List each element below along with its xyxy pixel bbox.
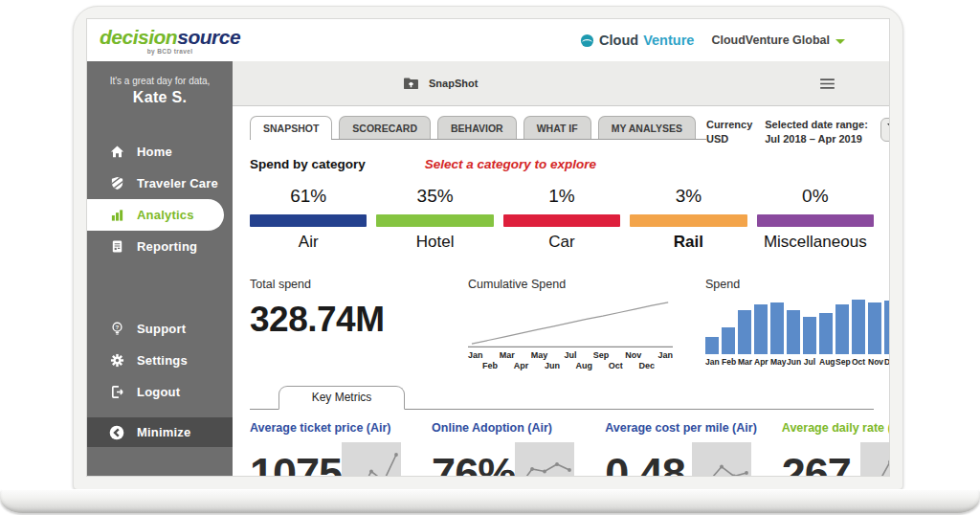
spend-bar-jun (787, 310, 800, 354)
axis-tick: Jun (787, 357, 800, 367)
sidebar-item-label: Logout (137, 385, 180, 399)
axis-tick: Dec (638, 361, 655, 370)
monthly-spend-bars (705, 295, 889, 354)
sidebar-item-home[interactable]: Home (87, 136, 233, 168)
filter-cluster: Currency USD Selected date range: Jul 20… (706, 116, 889, 147)
logo-tagline: by BCD travel (100, 48, 240, 55)
category-card-air[interactable]: 61%Air (250, 186, 367, 252)
category-label: Air (250, 233, 367, 252)
metric-row: 267 (782, 446, 889, 476)
tab-what-if[interactable]: WHAT IF (523, 116, 591, 139)
key-metrics-tab[interactable]: Key Metrics (278, 386, 405, 410)
sidebar-item-label: Minimize (137, 425, 191, 439)
sidebar-item-label: Reporting (137, 239, 197, 254)
folder-upload-icon[interactable] (403, 77, 419, 90)
monthly-spend-axis: JanFebMarAprMayJunJulAugSepOctNovDec (705, 357, 889, 367)
axis-tick: Dec (884, 357, 889, 367)
report-icon (109, 239, 124, 255)
sidebar-greeting: It's a great day for data, (87, 76, 233, 86)
sidebar-item-logout[interactable]: Logout (87, 376, 233, 408)
cumulative-axis-row1: JanMarMayJulSepNovJan (468, 350, 673, 360)
metric-row: 1075 (250, 446, 407, 476)
axis-tick: Apr (514, 361, 529, 370)
account-selector[interactable]: CloudVenture Global (711, 34, 845, 47)
total-spend-card: Total spend 328.74M (250, 278, 468, 370)
currency-label: Currency (706, 118, 752, 132)
date-range-label: Selected date range: (765, 118, 868, 132)
category-percent: 3% (630, 186, 746, 207)
category-color-bar (376, 214, 493, 227)
logo-part-decision: decision (100, 26, 177, 48)
currency-value: USD (706, 132, 752, 146)
tab-my-analyses[interactable]: MY ANALYSES (598, 116, 696, 139)
tab-snapshot[interactable]: SNAPSHOT (250, 116, 332, 139)
metric-value: 267 (782, 452, 851, 476)
category-label: Hotel (376, 233, 493, 252)
shield-icon (109, 176, 124, 191)
app-body: It's a great day for data, Kate S. HomeT… (87, 61, 889, 476)
spend-bar-mar (738, 310, 751, 354)
tab-behavior[interactable]: BEHAVIOR (437, 116, 517, 139)
laptop-base (0, 489, 980, 513)
laptop-screen-bezel: decisionsource by BCD travel CloudVentur… (73, 6, 903, 490)
cloudventure-logo: CloudVenture (579, 33, 694, 48)
metric-average-ticket-price-air: Average ticket price (Air)1075 (250, 421, 407, 476)
axis-tick: Feb (482, 361, 498, 370)
sidebar-menu: HomeTraveler CareAnalyticsReporting (87, 136, 233, 262)
category-card-rail[interactable]: 3%Rail (630, 186, 746, 252)
metric-sparkline (515, 442, 574, 476)
metric-online-adoption-air: Online Adoption (Air)76% (432, 421, 580, 476)
tab-scorecard[interactable]: SCORECARD (339, 116, 431, 139)
account-selector-label: CloudVenture Global (711, 34, 830, 47)
category-percent: 0% (757, 186, 874, 207)
section-title: Spend by category (250, 157, 366, 171)
category-percent: 1% (503, 186, 620, 207)
spend-bar-nov (868, 302, 881, 354)
sidebar-item-support[interactable]: ?Support (87, 313, 233, 345)
metric-sparkline (342, 442, 401, 476)
category-percent: 35% (376, 186, 493, 207)
sidebar-item-label: Home (137, 145, 172, 159)
category-color-bar (630, 214, 746, 227)
sidebar-item-label: Analytics (137, 208, 194, 222)
date-range-display: Selected date range: Jul 2018 – Apr 2019 (765, 118, 868, 147)
sidebar-item-label: Support (137, 322, 186, 336)
axis-tick: Jan (468, 350, 483, 360)
filter-button[interactable] (880, 118, 889, 142)
spend-bar-aug (819, 313, 833, 354)
sidebar-item-label: Traveler Care (137, 176, 218, 190)
sidebar-item-label: Settings (137, 353, 188, 368)
metric-label: Average cost per mile (Air) (605, 421, 757, 435)
sidebar-item-settings[interactable]: Settings (87, 345, 233, 376)
axis-tick: Jul (564, 350, 576, 360)
chevron-down-icon (835, 39, 845, 44)
spend-bar-apr (754, 304, 768, 354)
sidebar-item-reporting[interactable]: Reporting (87, 231, 233, 262)
spend-bar-jul (803, 317, 816, 353)
category-percent: 61% (250, 186, 367, 207)
metric-value: 1075 (250, 452, 342, 476)
axis-tick: Aug (576, 361, 593, 370)
date-range-value: Jul 2018 – Apr 2019 (765, 132, 868, 146)
axis-tick: Oct (852, 357, 865, 367)
axis-tick: Aug (819, 357, 833, 367)
app-window: decisionsource by BCD travel CloudVentur… (86, 18, 890, 477)
sidebar-item-minimize[interactable]: Minimize (87, 417, 233, 447)
axis-tick: Jun (545, 361, 560, 370)
sidebar-item-traveler-care[interactable]: Traveler Care (87, 168, 233, 199)
key-metrics-divider: Key Metrics (250, 386, 874, 410)
app-header: decisionsource by BCD travel CloudVentur… (87, 19, 889, 61)
category-card-miscellaneous[interactable]: 0%Miscellaneous (757, 186, 874, 252)
axis-tick: Mar (500, 350, 515, 360)
laptop-mockup: decisionsource by BCD travel CloudVentur… (0, 0, 980, 515)
currency-display: Currency USD (706, 118, 752, 147)
sidebar-item-analytics[interactable]: Analytics (87, 199, 224, 231)
menu-icon[interactable] (819, 78, 835, 89)
metric-row: 76% (432, 446, 580, 476)
metric-value: 0.48 (605, 452, 685, 476)
category-card-hotel[interactable]: 35%Hotel (376, 186, 493, 252)
category-grid: 61%Air35%Hotel1%Car3%Rail0%Miscellaneous (250, 186, 874, 252)
category-card-car[interactable]: 1%Car (503, 186, 620, 252)
axis-tick: May (770, 357, 784, 367)
metric-label: Average daily rate (Hotel) (782, 421, 889, 435)
